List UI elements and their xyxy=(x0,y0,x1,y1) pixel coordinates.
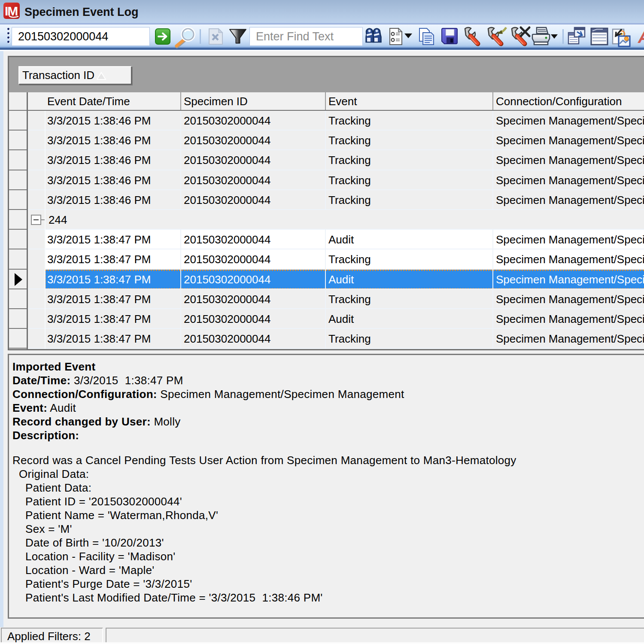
svg-text:A: A xyxy=(638,27,644,46)
